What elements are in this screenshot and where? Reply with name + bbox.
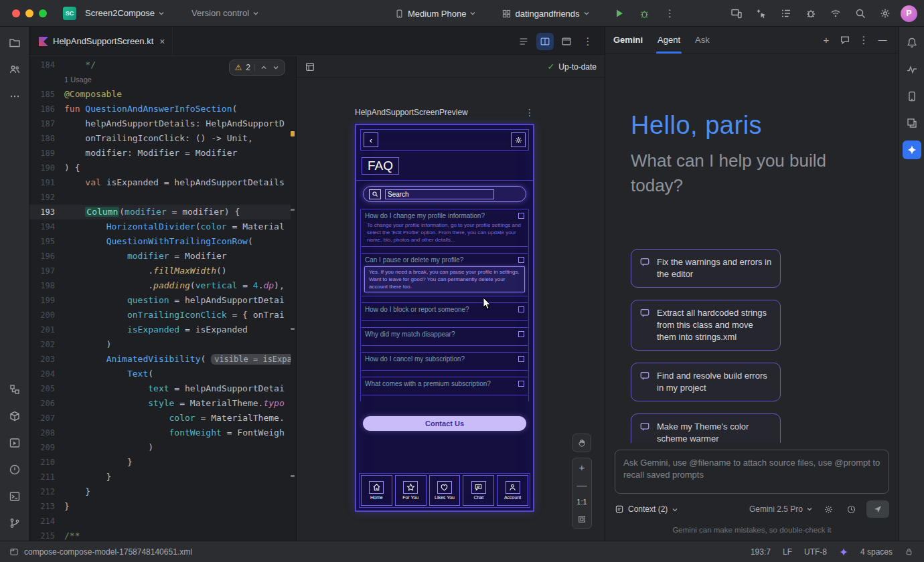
context-selector[interactable]: Context (2) — [615, 504, 678, 514]
inspections-widget[interactable]: ⚠ 2 — [229, 60, 285, 76]
back-icon[interactable]: ‹ — [364, 132, 378, 147]
code-line[interactable]: 193 Column(modifier = modifier) { — [29, 205, 291, 219]
zoom-reset-button[interactable]: 1:1 — [572, 493, 591, 510]
model-selector[interactable]: Gemini 2.5 Pro — [749, 504, 813, 514]
suggestion-card[interactable]: Fix the warnings and errors in the edito… — [631, 249, 781, 288]
build-insights-icon[interactable] — [801, 4, 820, 23]
code-line[interactable]: 196 modifier = Modifier — [29, 249, 291, 264]
structure-icon[interactable] — [5, 380, 24, 399]
code-line[interactable]: 192 — [29, 190, 291, 205]
bell-icon[interactable] — [903, 33, 921, 52]
nav-item-chat[interactable]: Chat — [463, 475, 494, 506]
preview-canvas[interactable]: HelpAndSupportScreenPreview ⋮ ‹ FAQ — [297, 78, 605, 541]
package-icon[interactable] — [5, 407, 24, 426]
gemini-prompt-input[interactable]: Ask Gemini, use @filename to attach sour… — [615, 450, 889, 494]
code-line[interactable]: 212 } — [29, 484, 291, 499]
code-line[interactable]: 202 ) — [29, 337, 291, 352]
pan-hand-icon[interactable] — [572, 434, 591, 452]
code-line[interactable]: 195 QuestionWithTrailingIconRow( — [29, 234, 291, 249]
settings-gear-icon[interactable] — [511, 132, 526, 147]
suggestion-card[interactable]: Make my Theme's color scheme warmer — [631, 413, 781, 443]
device-selector[interactable]: Medium Phone — [390, 6, 480, 21]
expand-toggle-icon[interactable] — [518, 213, 524, 219]
caret-position[interactable]: 193:7 — [751, 547, 771, 557]
faq-question[interactable]: How do I change my profile information? — [362, 209, 528, 221]
gemini-settings-icon[interactable] — [821, 502, 836, 517]
code-line[interactable]: 205 text = helpAndSupportDetai — [29, 381, 291, 396]
version-control-menu[interactable]: Version control — [187, 5, 263, 21]
minimize-icon[interactable]: — — [874, 32, 891, 48]
kebab-icon[interactable]: ⋮ — [579, 33, 597, 50]
phone-preview[interactable]: ‹ FAQ Search How do I change my profile … — [355, 124, 534, 512]
faq-item[interactable]: How do I change my profile information?T… — [362, 209, 528, 247]
minimize-window-icon[interactable] — [25, 9, 33, 17]
search-icon[interactable] — [851, 4, 870, 23]
prompt-history-icon[interactable] — [844, 502, 858, 517]
code-line[interactable]: 186fun QuestionAndAnswerInfoSection( — [29, 102, 291, 116]
run-button[interactable] — [610, 4, 629, 23]
kebab-icon[interactable]: ⋮ — [856, 32, 872, 48]
faq-question[interactable]: How do I block or report someone? — [362, 303, 528, 314]
contact-us-button[interactable]: Contact Us — [363, 416, 526, 431]
code-line[interactable]: 189 modifier: Modifier = Modifier — [29, 146, 291, 161]
preview-layout-icon[interactable] — [305, 62, 315, 72]
run-configuration-selector[interactable]: datingandfriends — [497, 6, 593, 21]
pulse-icon[interactable] — [903, 60, 921, 79]
folder-icon[interactable] — [5, 33, 24, 52]
previous-problem-icon[interactable] — [260, 64, 267, 71]
maximize-window-icon[interactable] — [39, 9, 47, 17]
scrollbar-mark[interactable] — [291, 209, 295, 211]
close-window-icon[interactable] — [12, 9, 20, 17]
window-icon[interactable] — [558, 33, 575, 50]
code-line[interactable]: 198 .padding(vertical = 4.dp), — [29, 278, 291, 293]
faq-item[interactable]: How do I block or report someone? — [362, 302, 528, 321]
split-editor-icon[interactable] — [536, 33, 554, 50]
more-actions-kebab-icon[interactable]: ⋮ — [661, 4, 680, 23]
expand-toggle-icon[interactable] — [518, 356, 524, 362]
expand-toggle-icon[interactable] — [518, 381, 524, 387]
code-line[interactable]: 214 — [29, 514, 291, 529]
device-manager-icon[interactable] — [903, 87, 921, 106]
todo-list-icon[interactable] — [777, 4, 795, 23]
faq-item[interactable]: Can I pause or delete my profile?Yes. If… — [362, 253, 528, 296]
project-selector[interactable]: Screen2Compose — [81, 5, 169, 21]
code-line[interactable]: 201 isExpanded = isExpanded — [29, 322, 291, 337]
code-line[interactable]: 210 } — [29, 455, 291, 470]
debug-button[interactable] — [635, 4, 654, 23]
editor-tab[interactable]: HelpAndSupportScreen.kt × — [29, 27, 173, 56]
code-line[interactable]: 190) { — [29, 161, 291, 175]
code-line[interactable]: 208 fontWeight = FontWeigh — [29, 426, 291, 440]
branch-icon[interactable] — [5, 514, 24, 533]
code-line[interactable]: 206 style = MaterialTheme.typo — [29, 396, 291, 411]
nav-item-home[interactable]: Home — [361, 475, 392, 506]
file-encoding[interactable]: UTF-8 — [804, 547, 827, 557]
search-bar[interactable]: Search — [363, 186, 526, 202]
device-pair-icon[interactable] — [826, 4, 845, 23]
nav-item-for-you[interactable]: For You — [395, 475, 427, 506]
running-devices-icon[interactable] — [727, 4, 746, 23]
faq-question[interactable]: Can I pause or delete my profile? — [362, 254, 528, 265]
code-line[interactable]: 209 ) — [29, 440, 291, 455]
scrollbar-warning-mark[interactable] — [291, 131, 295, 136]
gemini-assist-icon[interactable] — [752, 4, 771, 23]
problems-icon[interactable] — [5, 460, 24, 479]
zoom-in-button[interactable]: + — [572, 458, 591, 476]
status-file-name[interactable]: compose-compose-model-1758748140651.xml — [24, 547, 192, 557]
code-editor[interactable]: 184 */1 Usage185@Composable186fun Questi… — [29, 56, 297, 541]
code-line[interactable]: 213} — [29, 499, 291, 514]
terminal-icon[interactable] — [5, 487, 24, 506]
suggestion-card[interactable]: Find and resolve build errors in my proj… — [631, 363, 781, 401]
next-problem-icon[interactable] — [273, 64, 279, 71]
expand-toggle-icon[interactable] — [518, 331, 524, 337]
search-input[interactable]: Search — [385, 189, 494, 199]
code-line[interactable]: 199 question = helpAndSupportDetai — [29, 293, 291, 308]
code-line[interactable]: 215/** — [29, 529, 291, 541]
tab-agent[interactable]: Agent — [658, 27, 680, 54]
faq-question[interactable]: How do I cancel my subscription? — [362, 353, 528, 364]
code-line[interactable]: 204 Text( — [29, 367, 291, 381]
tab-ask[interactable]: Ask — [695, 27, 710, 54]
code-line[interactable]: 194 HorizontalDivider(color = Material — [29, 219, 291, 234]
zoom-to-fit-icon[interactable] — [572, 510, 591, 528]
faq-question[interactable]: What comes with a premium subscription? — [362, 377, 528, 389]
expand-toggle-icon[interactable] — [518, 257, 524, 263]
